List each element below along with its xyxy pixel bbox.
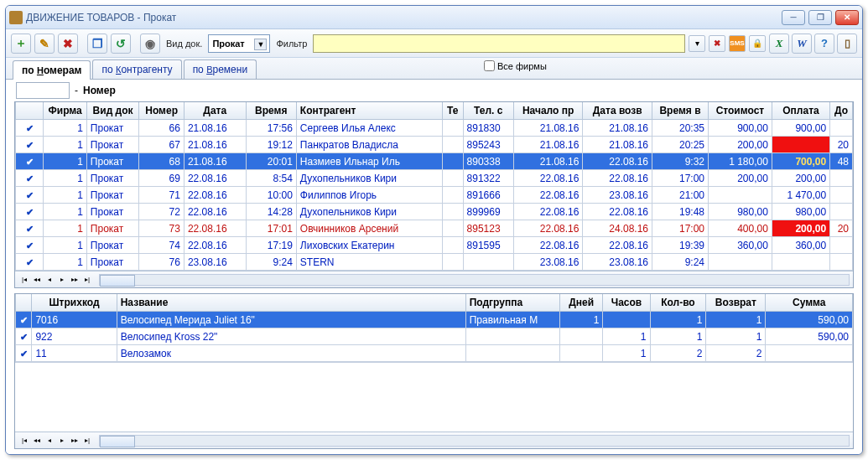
detail-navigator[interactable]: |◂ ◂◂ ◂ ▸ ▸▸ ▸| (15, 432, 853, 448)
number-search-row: - Номер (6, 80, 862, 101)
help-button[interactable]: ? (814, 34, 834, 54)
number-label: Номер (83, 85, 116, 96)
add-button[interactable]: ＋ (11, 34, 31, 54)
filter-clear-button[interactable]: ✖ (709, 35, 725, 52)
nav-next[interactable]: ▸ (56, 274, 68, 286)
h-scrollbar[interactable] (99, 274, 850, 286)
tab-row: по Номерам по Контрагенту по Времени Все… (6, 58, 862, 80)
dnav-nextpage[interactable]: ▸▸ (69, 435, 81, 447)
table-row[interactable]: ✔1Прокат7322.08.1617:01Овчинников Арсени… (16, 220, 853, 237)
main-grid[interactable]: ФирмаВид док НомерДатаВремя КонтрагентТе… (14, 101, 854, 288)
table-row[interactable]: ✔1Прокат6621.08.1617:56Сергеев Илья Алек… (16, 120, 853, 137)
maximize-button[interactable]: ❐ (808, 10, 832, 25)
app-icon (9, 11, 23, 24)
lock-button[interactable]: 🔒 (749, 35, 766, 52)
nav-nextpage[interactable]: ▸▸ (69, 274, 81, 286)
dnav-prev[interactable]: ◂ (44, 435, 55, 447)
titlebar[interactable]: ДВИЖЕНИЕ ТОВАРОВ - Прокат ─ ❐ ✕ (6, 6, 862, 29)
all-firms-input[interactable] (484, 60, 495, 71)
detail-grid[interactable]: Штрихкод НазваниеПодгруппа ДнейЧасовКол-… (14, 293, 854, 449)
nav-last[interactable]: ▸| (81, 274, 93, 286)
filter-dropdown-button[interactable]: ▾ (689, 35, 705, 52)
detail-header-row[interactable]: Штрихкод НазваниеПодгруппа ДнейЧасовКол-… (16, 294, 853, 312)
dnav-first[interactable]: |◂ (18, 435, 30, 447)
table-row[interactable]: ✔1Прокат7122.08.1610:00Филиппов Игорь891… (16, 187, 853, 204)
tab-by-time[interactable]: по Времени (184, 59, 257, 79)
minimize-button[interactable]: ─ (782, 10, 805, 25)
exit-button[interactable]: ▯ (837, 34, 857, 54)
refresh-button[interactable]: ↺ (111, 34, 131, 54)
table-row[interactable]: ✔1Прокат7222.08.1614:28Духопельников Кир… (16, 204, 853, 220)
nav-first[interactable]: |◂ (18, 274, 30, 286)
nav-prevpage[interactable]: ◂◂ (31, 274, 43, 286)
nav-prev[interactable]: ◂ (44, 274, 55, 286)
window: ДВИЖЕНИЕ ТОВАРОВ - Прокат ─ ❐ ✕ ＋ ✎ ✖ ❐ … (5, 5, 863, 455)
filter-input[interactable] (313, 34, 685, 53)
table-row[interactable]: ✔1Прокат7422.08.1617:19Лиховских Екатери… (16, 237, 853, 254)
sms-button[interactable]: SMS (729, 35, 746, 52)
filter-label: Фильтр (276, 39, 307, 49)
table-row[interactable]: ✔1Прокат6922.08.168:54Духопельников Кири… (16, 170, 853, 187)
tab-by-number[interactable]: по Номерам (13, 60, 91, 80)
table-row[interactable]: ✔1Прокат6721.08.1619:12Панкратов Владисл… (16, 137, 853, 153)
tab-by-contractor[interactable]: по Контрагенту (92, 59, 181, 79)
doc-type-select[interactable]: Прокат (208, 34, 270, 53)
close-button[interactable]: ✕ (835, 10, 859, 25)
view-button[interactable]: ◉ (140, 34, 160, 54)
dnav-next[interactable]: ▸ (56, 435, 68, 447)
dnav-prevpage[interactable]: ◂◂ (31, 435, 43, 447)
all-firms-checkbox[interactable]: Все фирмы (484, 60, 547, 71)
number-input[interactable] (16, 82, 70, 99)
delete-button[interactable]: ✖ (58, 34, 78, 54)
edit-button[interactable]: ✎ (34, 34, 55, 54)
doc-type-label: Вид док. (166, 39, 202, 49)
dh-scrollbar[interactable] (99, 435, 850, 447)
table-row[interactable]: ✔1Прокат6821.08.1620:01Назмиев Ильнар Ил… (16, 153, 853, 170)
table-row[interactable]: ✔7016Велосипед Мерида Juliet 16"Правильн… (16, 312, 853, 328)
toolbar: ＋ ✎ ✖ ❐ ↺ ◉ Вид док. Прокат Фильтр ▾ ✖ S… (6, 29, 862, 58)
main-header-row[interactable]: ФирмаВид док НомерДатаВремя КонтрагентТе… (16, 102, 853, 120)
copy-button[interactable]: ❐ (87, 34, 107, 54)
table-row[interactable]: ✔922Велосипед Kross 22"111590,00 (16, 328, 853, 345)
table-row[interactable]: ✔1Прокат7623.08.169:24STERN23.08.1623.08… (16, 254, 853, 271)
main-navigator[interactable]: |◂ ◂◂ ◂ ▸ ▸▸ ▸| (15, 271, 853, 287)
window-title: ДВИЖЕНИЕ ТОВАРОВ - Прокат (26, 12, 782, 23)
dnav-last[interactable]: ▸| (81, 435, 93, 447)
word-button[interactable]: W (792, 34, 812, 54)
table-row[interactable]: ✔11Велозамок122 (16, 345, 853, 362)
excel-button[interactable]: X (769, 34, 789, 54)
